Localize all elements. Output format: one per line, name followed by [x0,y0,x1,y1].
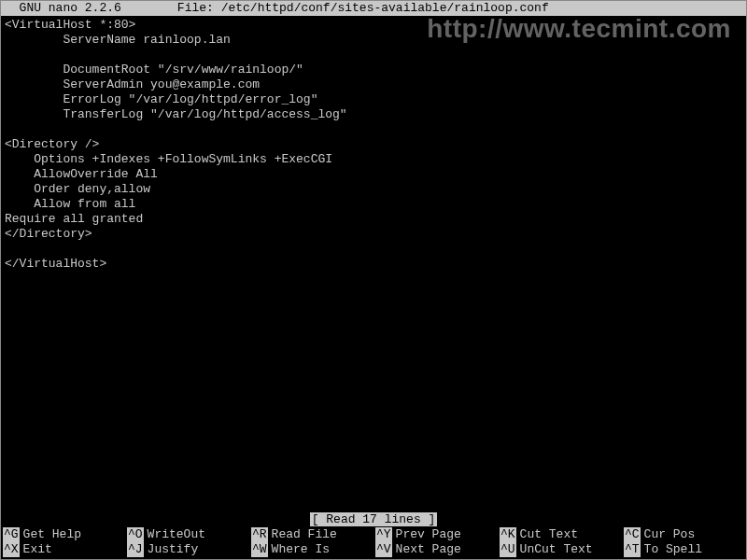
shortcut-label: Cut Text [520,527,578,542]
key-label: ^T [624,542,641,557]
key-label: ^J [127,542,144,557]
shortcut-label: Read File [272,527,337,542]
key-label: ^K [500,527,516,542]
shortcut-cur-pos[interactable]: ^C Cur Pos [622,527,746,542]
key-label: ^C [624,527,641,542]
shortcut-writeout[interactable]: ^O WriteOut [125,527,249,542]
shortcut-exit[interactable]: ^X Exit [1,542,125,557]
editor-content[interactable]: <VirtualHost *:80> ServerName rainloop.l… [1,16,746,273]
shortcut-prev-page[interactable]: ^Y Prev Page [374,527,498,542]
shortcut-label: Where Is [272,542,330,557]
shortcut-get-help[interactable]: ^G Get Help [1,527,125,542]
shortcut-label: WriteOut [148,527,205,542]
key-label: ^V [375,542,392,557]
shortcut-next-page[interactable]: ^V Next Page [374,542,498,557]
shortcut-label: Get Help [23,527,81,542]
shortcut-cut-text[interactable]: ^K Cut Text [498,527,622,542]
shortcut-label: UnCut Text [520,542,593,557]
key-label: ^X [3,542,20,557]
file-path: File: /etc/httpd/conf/sites-available/ra… [121,1,746,16]
shortcut-where-is[interactable]: ^W Where Is [249,542,374,557]
shortcut-label: Justify [148,542,199,557]
shortcut-label: Exit [23,542,52,557]
status-line: [ Read 17 lines ] [1,512,746,527]
nano-titlebar: GNU nano 2.2.6 File: /etc/httpd/conf/sit… [1,1,746,16]
shortcut-bar: ^G Get Help ^O WriteOut ^R Read File ^Y … [1,527,746,557]
shortcut-justify[interactable]: ^J Justify [125,542,249,557]
shortcut-label: Cur Pos [644,527,696,542]
shortcut-to-spell[interactable]: ^T To Spell [622,542,746,557]
key-label: ^Y [375,527,392,542]
shortcut-label: Next Page [396,542,461,557]
shortcut-label: Prev Page [396,527,461,542]
key-label: ^U [500,542,516,557]
shortcut-label: To Spell [644,542,702,557]
status-message: [ Read 17 lines ] [310,512,438,526]
key-label: ^O [127,527,144,542]
shortcut-read-file[interactable]: ^R Read File [249,527,374,542]
key-label: ^W [251,542,268,557]
shortcut-uncut-text[interactable]: ^U UnCut Text [498,542,622,557]
app-name: GNU nano 2.2.6 [1,1,121,16]
key-label: ^R [251,527,268,542]
key-label: ^G [3,527,20,542]
terminal-window: GNU nano 2.2.6 File: /etc/httpd/conf/sit… [0,0,747,560]
